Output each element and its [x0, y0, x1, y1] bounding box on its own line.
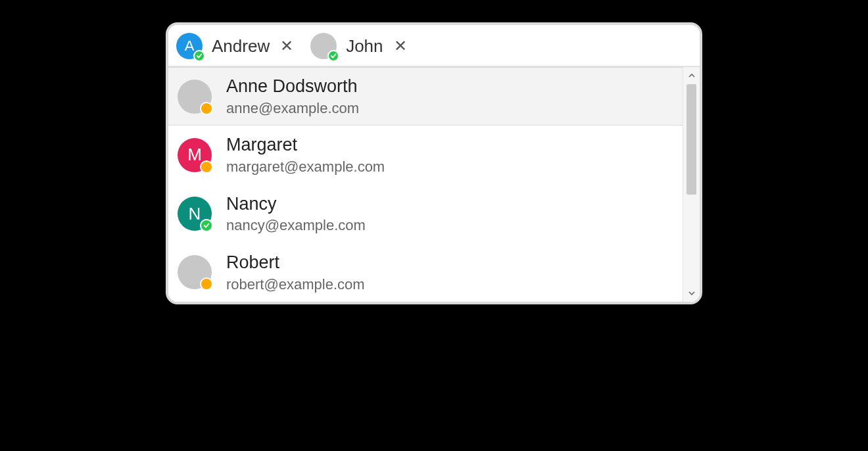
status-check-icon: [193, 50, 205, 62]
contact-email: nancy@example.com: [226, 216, 366, 235]
list-item[interactable]: Robert robert@example.com: [168, 243, 683, 302]
chip-andrew[interactable]: A Andrew ✕: [172, 30, 302, 62]
avatar: M: [178, 138, 212, 172]
list-item[interactable]: N Nancy nancy@example.com: [168, 185, 683, 243]
status-away-icon: [200, 102, 213, 115]
contact-name: Nancy: [226, 193, 366, 216]
contact-email: anne@example.com: [226, 99, 359, 118]
status-check-icon: [200, 219, 213, 232]
contact-email: margaret@example.com: [226, 158, 385, 176]
contact-name: Margaret: [226, 134, 385, 156]
list-item[interactable]: M Margaret margaret@example.com: [168, 126, 683, 184]
avatar: [310, 33, 337, 59]
close-icon[interactable]: ✕: [277, 37, 296, 55]
people-picker-panel: A Andrew ✕ John ✕ Anne Dodsworth: [166, 22, 702, 304]
contact-name: Anne Dodsworth: [226, 76, 359, 98]
status-away-icon: [200, 160, 213, 174]
contact-email: robert@example.com: [226, 275, 365, 294]
scroll-track[interactable]: [683, 84, 700, 285]
scrollbar[interactable]: [683, 67, 700, 302]
avatar: N: [178, 197, 212, 231]
chip-label: Andrew: [212, 36, 270, 57]
chip-john[interactable]: John ✕: [306, 30, 416, 62]
chip-label: John: [346, 36, 383, 57]
suggestion-list: Anne Dodsworth anne@example.com M Margar…: [168, 67, 683, 302]
status-check-icon: [327, 50, 339, 62]
avatar: [178, 80, 212, 114]
scroll-thumb[interactable]: [687, 84, 696, 195]
contact-name: Robert: [226, 252, 365, 274]
selected-chips-row[interactable]: A Andrew ✕ John ✕: [168, 25, 700, 66]
list-item[interactable]: Anne Dodsworth anne@example.com: [168, 67, 683, 126]
suggestion-dropdown: Anne Dodsworth anne@example.com M Margar…: [168, 66, 700, 302]
scroll-down-icon[interactable]: [683, 285, 700, 302]
close-icon[interactable]: ✕: [391, 37, 410, 55]
avatar: A: [176, 33, 203, 59]
status-away-icon: [200, 277, 213, 291]
avatar: [178, 255, 212, 289]
scroll-up-icon[interactable]: [683, 67, 700, 84]
